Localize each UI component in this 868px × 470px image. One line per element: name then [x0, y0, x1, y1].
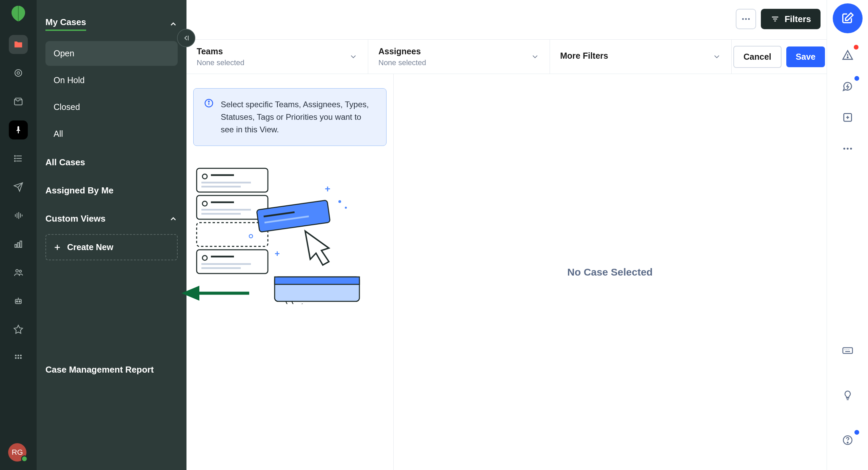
svg-rect-68: [275, 277, 359, 284]
svg-point-18: [19, 270, 21, 272]
svg-point-26: [15, 357, 17, 359]
custom-views-title: Custom Views: [45, 213, 105, 224]
filter-bar: Teams None selected Assignees None selec…: [186, 39, 827, 74]
svg-point-35: [745, 18, 747, 20]
filter-assignees-value: None selected: [378, 58, 426, 67]
activity-button[interactable]: [840, 78, 856, 94]
bolt-chat-icon: [842, 80, 853, 92]
svg-rect-43: [197, 168, 268, 192]
filter-more-label: More Filters: [560, 51, 608, 61]
svg-rect-15: [18, 243, 19, 247]
svg-point-8: [15, 161, 16, 162]
edit-icon: [841, 12, 854, 25]
nav-inbox-icon[interactable]: [9, 92, 28, 111]
sidebar-item-open[interactable]: Open: [45, 41, 178, 66]
svg-rect-53: [197, 223, 268, 246]
filter-actions: Cancel Save: [732, 40, 827, 74]
filter-more[interactable]: More Filters: [550, 40, 732, 74]
info-text: Select specific Teams, Assignees, Types,…: [221, 98, 376, 136]
svg-rect-54: [197, 250, 268, 274]
more-menu-button[interactable]: [736, 9, 756, 29]
sidebar-item-closed[interactable]: Closed: [45, 95, 178, 119]
svg-rect-16: [20, 241, 22, 247]
sidebar-item-all[interactable]: All: [45, 121, 178, 146]
svg-point-25: [20, 355, 22, 356]
save-button[interactable]: Save: [786, 46, 825, 67]
right-utility-rail: [827, 0, 868, 470]
chevron-up-icon: [169, 214, 178, 223]
dots-horizontal-icon: [842, 143, 853, 154]
filter-teams[interactable]: Teams None selected: [186, 40, 368, 74]
dots-horizontal-icon: [741, 14, 751, 24]
svg-point-70: [847, 57, 848, 58]
svg-point-27: [18, 357, 19, 359]
nav-folder[interactable]: [9, 35, 28, 54]
svg-point-28: [20, 357, 22, 359]
nav-send-icon[interactable]: [9, 177, 28, 196]
svg-point-64: [338, 200, 341, 203]
help-button[interactable]: [840, 432, 856, 448]
svg-point-7: [15, 158, 16, 159]
lightbulb-icon: [842, 390, 853, 401]
nav-pin-icon[interactable]: [9, 120, 28, 139]
cancel-button[interactable]: Cancel: [733, 46, 782, 68]
sidebar-item-on-hold[interactable]: On Hold: [45, 68, 178, 93]
case-management-report-link[interactable]: Case Management Report: [45, 364, 154, 375]
nav-people-icon[interactable]: [9, 263, 28, 282]
svg-point-42: [209, 101, 210, 102]
more-button[interactable]: [840, 140, 856, 157]
nav-chart-icon[interactable]: [9, 234, 28, 253]
svg-point-36: [748, 18, 750, 20]
my-cases-header[interactable]: My Cases: [45, 13, 178, 35]
nav-audio-icon[interactable]: [9, 206, 28, 225]
svg-text:+: +: [275, 248, 280, 259]
chevron-down-icon: [349, 52, 358, 61]
help-circle-icon: [842, 434, 853, 446]
svg-point-75: [847, 148, 849, 150]
svg-point-23: [15, 355, 17, 356]
filter-assignees-label: Assignees: [378, 46, 426, 56]
assigned-by-me-link[interactable]: Assigned By Me: [45, 176, 178, 205]
filter-assignees[interactable]: Assignees None selected: [368, 40, 550, 74]
custom-views-header[interactable]: Custom Views: [45, 209, 178, 228]
nav-bot-icon[interactable]: [9, 292, 28, 311]
add-note-button[interactable]: [840, 109, 856, 126]
svg-point-1: [17, 72, 20, 74]
status-online-dot: [21, 455, 28, 462]
svg-point-65: [345, 207, 347, 209]
notification-dot: [854, 45, 859, 50]
filters-button[interactable]: Filters: [761, 9, 821, 29]
svg-point-20: [16, 301, 18, 302]
alerts-button[interactable]: [840, 47, 856, 63]
svg-point-17: [16, 269, 19, 272]
collapse-panel-button[interactable]: [177, 29, 195, 47]
svg-point-6: [15, 155, 16, 156]
user-initials: RG: [12, 448, 23, 457]
compose-button[interactable]: [833, 3, 863, 33]
create-new-view-button[interactable]: Create New: [45, 234, 178, 260]
all-cases-link[interactable]: All Cases: [45, 148, 178, 176]
svg-marker-33: [181, 286, 199, 301]
cases-side-panel: My Cases Open On Hold Closed All All Cas…: [37, 0, 186, 470]
nav-target-icon[interactable]: [9, 63, 28, 82]
filter-teams-label: Teams: [197, 46, 244, 56]
nav-apps-icon[interactable]: [9, 349, 28, 368]
filter-help-column: Select specific Teams, Assignees, Types,…: [193, 88, 387, 305]
tips-button[interactable]: [840, 387, 856, 403]
nav-list-icon[interactable]: [9, 149, 28, 168]
svg-point-34: [742, 18, 744, 20]
svg-point-24: [18, 355, 19, 356]
svg-rect-2: [18, 131, 19, 134]
svg-point-84: [847, 442, 848, 443]
no-case-selected-text: No Case Selected: [567, 266, 653, 278]
notification-dot: [854, 430, 859, 435]
keyboard-shortcuts-button[interactable]: [840, 342, 856, 359]
svg-point-21: [19, 301, 20, 302]
nav-star-icon[interactable]: [9, 320, 28, 339]
app-logo[interactable]: [10, 5, 27, 22]
top-actions: Filters: [736, 9, 821, 29]
svg-point-76: [850, 148, 852, 150]
chevron-down-icon: [712, 52, 721, 61]
info-icon: [204, 98, 214, 108]
notification-dot: [854, 76, 859, 81]
